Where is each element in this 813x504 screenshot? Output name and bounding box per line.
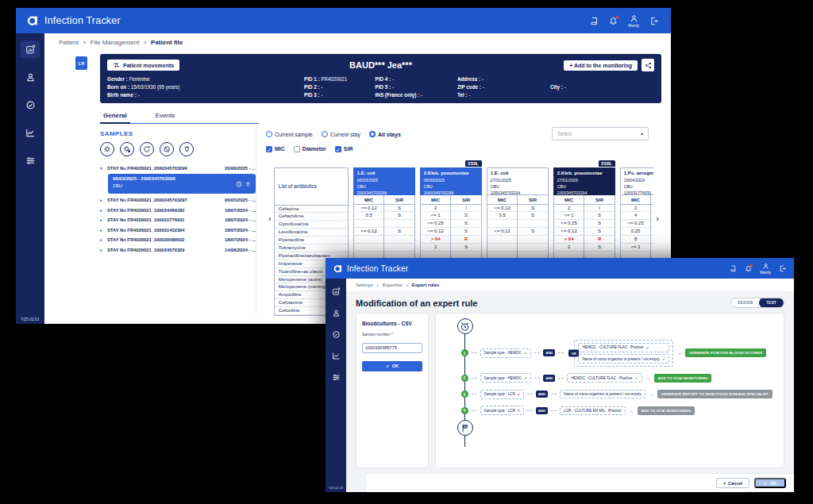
stay-row[interactable]: ▸STAY No FR4020021_10003177603118/07/202… (100, 215, 256, 225)
and-operator[interactable]: AND (543, 349, 555, 356)
bacteria-sample-icon[interactable] (120, 142, 134, 156)
select-dropdown[interactable]: Select ▾ (552, 127, 649, 140)
sidebar-item-dashboard[interactable] (329, 285, 343, 298)
condition-chip[interactable]: Sample type : LCR× (480, 406, 524, 415)
checkbox-sir[interactable]: ✓SIR (335, 146, 353, 152)
cancel-button[interactable]: ×Cancel (716, 478, 749, 488)
organism-header[interactable]: 2.Kleb. pneumoniae27/01/2025CBU200034570… (553, 167, 615, 195)
sync-icon[interactable] (140, 142, 154, 156)
stay-row[interactable]: ▸STAY No FR4020021_200034570329706/05/20… (100, 195, 256, 206)
sidebar-item-statistics[interactable] (21, 124, 40, 141)
add-to-monitoring-button[interactable]: + Add to the monitoring (564, 60, 638, 71)
sidebar-item-settings-sliders[interactable] (329, 371, 343, 383)
documentation-icon[interactable] (590, 17, 599, 25)
sample-number-input[interactable] (362, 343, 422, 353)
sidebar-item-patients[interactable] (329, 306, 343, 319)
tab-general[interactable]: General (100, 110, 130, 124)
trash-icon[interactable] (179, 142, 194, 156)
toggle-test[interactable]: TEST (759, 298, 784, 308)
expand-icon[interactable]: ▸ (100, 198, 105, 202)
condition-chip[interactable]: Name of micro-organism is present / not … (560, 390, 645, 398)
organism-header[interactable]: 1.E. coli06/03/2025CBU2000345703296 (353, 167, 415, 195)
scroll-right-icon[interactable]: › (653, 214, 661, 223)
radio-all-stays[interactable]: All stays (369, 131, 401, 137)
documentation-icon[interactable] (730, 265, 737, 272)
condition-chip[interactable]: LCR - CULTURE EN MIL : Positive (560, 406, 625, 415)
stay-row[interactable]: ▸STAY No FR4020021_10003457032914/06/202… (100, 245, 256, 256)
notifications-bell-icon[interactable] (745, 265, 752, 272)
result-cell: 0,5 (353, 212, 385, 220)
sample-number-label: Sample number * (362, 332, 422, 337)
tab-events[interactable]: Events (152, 110, 178, 123)
condition-chip[interactable]: Name of micro-organism is present / not … (578, 354, 669, 364)
or-operator[interactable]: OR (568, 349, 578, 356)
sidebar-item-quality-badge[interactable] (329, 328, 343, 340)
condition-chip[interactable]: HEMOC - CULTURE FLAC : Positive✓ (567, 373, 642, 383)
result-row: 0,5S (487, 212, 549, 220)
design-test-toggle[interactable]: DESIGN TEST (730, 298, 784, 308)
and-operator[interactable]: AND (543, 375, 555, 382)
checkbox-label: MIC (275, 146, 285, 152)
sidebar-item-settings-sliders[interactable] (21, 152, 40, 169)
toggle-design[interactable]: DESIGN (731, 301, 759, 305)
selected-sample-card[interactable]: 06/03/2025 - 2000345703296CBU (108, 174, 256, 194)
sidebar-item-quality-badge[interactable] (21, 96, 40, 113)
action-button[interactable]: GENERATE POSITIVE BLOODCULTURES (685, 348, 766, 357)
action-button[interactable]: ADD TO HCAI MONITORING (654, 374, 712, 383)
organism-header[interactable]: 1.Ps. aeruginosa19/04/2024CBU10003177603… (620, 167, 653, 195)
checkbox-mic[interactable]: ✓MIC (266, 146, 285, 152)
and-operator[interactable]: AND (536, 407, 548, 414)
blocked-icon[interactable] (160, 142, 174, 156)
checkbox-diameter[interactable]: Diameter (294, 146, 326, 152)
expand-icon[interactable]: ▸ (100, 217, 105, 222)
sidebar-item-dashboard[interactable] (21, 40, 40, 58)
notifications-bell-icon[interactable] (609, 17, 618, 25)
breadcrumb-item[interactable]: Settings (356, 283, 373, 287)
stay-row[interactable]: ▸STAY No FR4020021_10003143239418/07/202… (100, 225, 256, 236)
breadcrumb-item[interactable]: Expert rules (412, 283, 440, 287)
result-row: <= 0,12S (353, 205, 415, 213)
side-tab-lr[interactable]: LR (75, 56, 87, 70)
organism-header[interactable]: 1.E. coli27/01/2025CBU2000345703294 (487, 167, 549, 195)
radio-current-sample[interactable]: Current sample (266, 131, 313, 137)
breadcrumb-item[interactable]: Patient (59, 39, 79, 46)
user-menu[interactable]: Wendy (628, 14, 639, 28)
patient-movements-button[interactable]: Patient movements (107, 60, 179, 71)
condition-chip[interactable]: Sample type : LCR× (480, 390, 524, 399)
expand-icon[interactable]: ▸ (100, 237, 105, 242)
run-test-ok-button[interactable]: ✓OK (362, 361, 422, 371)
condition-chip[interactable]: Sample type : HEMOC✓ (480, 348, 532, 358)
trash-icon[interactable] (245, 176, 251, 190)
and-operator[interactable]: AND (536, 391, 548, 398)
sidebar-item-statistics[interactable] (329, 349, 343, 362)
radio-current-stay[interactable]: Current stay (322, 131, 360, 137)
condition-text: Sample type : LCR (484, 392, 515, 396)
result-cell: 4 (620, 212, 652, 220)
expand-icon[interactable]: ▸ (100, 208, 105, 213)
condition-chip[interactable]: HEMOC - CULTURE FLAC : Positive✓ (578, 343, 669, 352)
action-button[interactable]: ADD TO HCAI MONITORING (638, 406, 695, 415)
stay-row[interactable]: ▸STAY No FR4020021_10003058003218/07/202… (100, 235, 256, 245)
sidebar-item-patients[interactable] (21, 68, 40, 86)
collapse-icon[interactable]: ▾ (100, 166, 105, 171)
breadcrumb-item[interactable]: File Management (91, 39, 140, 46)
subheader-mic: MIC (353, 195, 385, 205)
organism-header[interactable]: 2.Kleb. pneumoniae06/03/2025CBU200034570… (420, 167, 482, 195)
logout-icon[interactable] (649, 17, 658, 25)
stay-row[interactable]: ▾STAY No FR4020021_200034570329620/06/20… (100, 164, 256, 174)
action-button[interactable]: GENERATE REPORT TO INFECTIOUS DISEASE SP… (657, 390, 773, 398)
scroll-left-icon[interactable]: ‹ (266, 214, 274, 223)
history-clock-icon[interactable] (236, 176, 242, 190)
user-menu[interactable]: Wendy (760, 263, 771, 275)
breadcrumb-item[interactable]: Expertise (383, 283, 403, 287)
expand-icon[interactable]: ▸ (100, 248, 105, 252)
ok-button[interactable]: ✓OK (754, 478, 786, 488)
logout-icon[interactable] (779, 265, 786, 272)
condition-chip[interactable]: Sample type : HEMOC✓ (480, 373, 532, 383)
bacteria-icon[interactable] (100, 142, 114, 156)
share-icon[interactable] (642, 59, 654, 71)
expand-icon[interactable]: ▸ (100, 228, 105, 233)
stay-row[interactable]: ▸STAY No FR4020021_10003446918218/07/202… (100, 206, 256, 216)
sample-type: CBU (357, 183, 411, 190)
breadcrumb-item[interactable]: Patient file (151, 39, 183, 46)
